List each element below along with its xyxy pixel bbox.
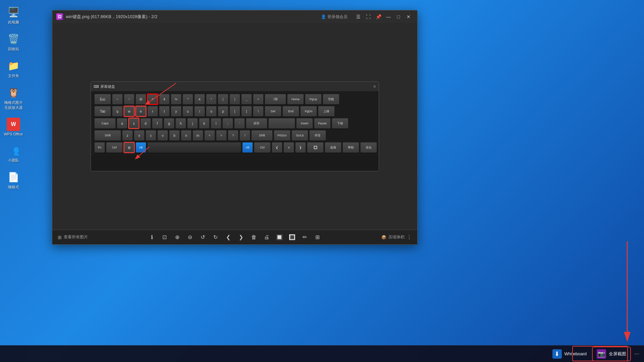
key-space[interactable] [147,142,241,153]
key-arrdown[interactable]: ∨ [283,142,294,153]
apps-btn[interactable]: ⊞ [313,232,323,242]
key-percent[interactable]: % [171,94,181,105]
key-i[interactable]: i [194,106,205,117]
key-menu[interactable]: 🔳 [307,142,324,153]
key-x[interactable]: x [134,130,145,141]
key-o[interactable]: o [206,106,217,117]
key-lbracket[interactable]: [ [229,106,240,117]
key-lparen[interactable]: ( [218,94,228,105]
key-h[interactable]: h [175,118,186,129]
desktop-icon-tool[interactable]: 🦉 嗨格式图片无损放大器 [1,84,25,112]
key-a[interactable]: a [117,118,127,129]
key-lctrl[interactable]: Ctrl [106,142,123,153]
key-fwdslash[interactable]: / [239,130,250,141]
zoom-in-btn[interactable]: ⊕ [172,232,182,242]
key-insert[interactable]: Insert [296,118,313,129]
pin-button[interactable]: 📌 [374,13,383,20]
key-pgdn[interactable]: PgDn [300,106,317,117]
close-button[interactable]: ✕ [404,13,413,20]
key-rbracket[interactable]: ] [241,106,252,117]
key-fn[interactable]: Fn [94,142,105,153]
key-pause2[interactable]: 停音 [309,130,326,141]
print-btn[interactable]: 🖨 [262,232,272,242]
desktop-icon-format[interactable]: 📄 嗨格式 [1,168,25,192]
share-btn[interactable]: 🔳 [287,232,297,242]
desktop-icon-team[interactable]: 👥 小团队 [1,141,25,165]
key-f[interactable]: f [152,118,163,129]
rotate-left-btn[interactable]: ↺ [198,232,208,242]
key-n[interactable]: n [181,130,192,141]
key-darken[interactable]: 淡化 [360,142,377,153]
key-help[interactable]: 帮助 [342,142,359,153]
key-win[interactable]: ⊞ [124,142,135,153]
key-l[interactable]: l [211,118,221,129]
minimize-button[interactable]: — [384,13,393,20]
next-btn[interactable]: ❯ [236,232,246,242]
key-rctrl[interactable]: Ctrl [254,142,271,153]
key-j[interactable]: j [187,118,198,129]
key-rshift[interactable]: Shift [251,130,273,141]
info-btn[interactable]: ℹ [147,232,157,242]
key-m[interactable]: m [193,130,203,141]
zoom-out-btn[interactable]: ⊖ [185,232,195,242]
key-q[interactable]: q [112,106,123,117]
key-options[interactable]: 选项 [325,142,341,153]
desktop-icon-wps[interactable]: W WPS Office [1,116,25,138]
key-hash[interactable]: # [147,94,158,105]
key-w[interactable]: w [124,106,135,117]
key-c[interactable]: c [146,130,156,141]
key-scrlk[interactable]: ScrLk [291,130,308,141]
prev-btn[interactable]: ❮ [223,232,233,242]
key-semicolon[interactable]: ; [222,118,233,129]
key-enter[interactable]: 回车 [246,118,267,129]
key-excl[interactable]: ! [124,94,135,105]
key-backslash[interactable]: \ [253,106,264,117]
key-underscore[interactable]: _ [241,94,252,105]
key-del[interactable]: Del [265,106,281,117]
key-p[interactable]: p [218,106,228,117]
key-caps[interactable]: Caps [94,118,116,129]
key-lt[interactable]: < [204,130,215,141]
key-ralt[interactable]: Alt [242,142,253,153]
key-rparen[interactable]: ) [229,94,240,105]
key-u[interactable]: u [182,106,193,117]
key-nav[interactable]: 导航 [323,94,339,105]
key-at[interactable]: @ [136,94,146,105]
taskbar-more-btn[interactable]: ··· [632,348,641,359]
menu-button[interactable]: ☰ [354,13,363,20]
desktop-icon-recycle[interactable]: 🗑️ 回收站 [1,30,25,54]
key-pgup[interactable]: PgUp [305,94,322,105]
key-backspace[interactable]: ⌫ [265,94,286,105]
fit-btn[interactable]: ⊡ [160,232,170,242]
key-quote[interactable]: ' [234,118,245,129]
key-d[interactable]: d [140,118,151,129]
view-all-label[interactable]: 查看所有图片 [64,234,88,240]
key-plus[interactable]: + [253,94,264,105]
key-g[interactable]: g [164,118,174,129]
key-lshift[interactable]: Shift [94,130,121,141]
key-lalt[interactable]: Alt [136,142,146,153]
key-caret[interactable]: ^ [182,94,193,105]
key-question[interactable]: ? [228,130,238,141]
key-k[interactable]: k [199,118,210,129]
edit-btn[interactable]: ✏ [300,232,310,242]
delete-btn[interactable]: 🗑 [249,232,259,242]
key-e[interactable]: e [136,106,146,117]
key-down[interactable]: 下移 [332,118,348,129]
more-options[interactable]: ⋮ [407,234,412,240]
taskbar-screenshot[interactable]: 📷 全屏截图 [592,347,631,361]
key-up[interactable]: 上移 [318,106,335,117]
fullscreen-button[interactable]: ⛶ [364,13,373,20]
key-arrright[interactable]: ❯ [295,142,306,153]
copy-btn[interactable]: 🔲 [274,232,284,242]
key-prtscn[interactable]: PrtScn [274,130,290,141]
key-esc[interactable]: Esc [94,94,111,105]
key-arrleft[interactable]: ❮ [272,142,282,153]
key-dollar[interactable]: $ [159,94,170,105]
key-v[interactable]: v [157,130,168,141]
key-z[interactable]: z [122,130,133,141]
taskbar-whiteboard[interactable]: ⬇ Whiteboard [548,347,591,361]
compress-label[interactable]: 压缩体积 [388,234,405,240]
rotate-right-btn[interactable]: ↻ [211,232,221,242]
desktop-icon-files[interactable]: 📁 文件夹 [1,57,25,80]
